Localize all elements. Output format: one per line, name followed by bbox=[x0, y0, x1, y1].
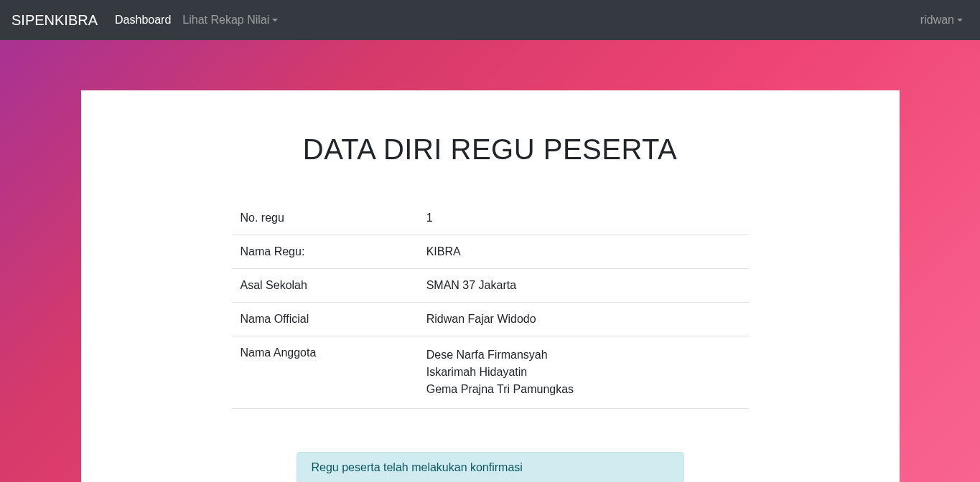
label-no-regu: No. regu bbox=[232, 202, 418, 235]
nav-rekap-label: Lihat Rekap Nilai bbox=[182, 14, 269, 27]
navbar-right: ridwan bbox=[915, 8, 969, 32]
nav-user-dropdown[interactable]: ridwan bbox=[915, 8, 969, 32]
table-row: Nama Anggota Dese Narfa Firmansyah Iskar… bbox=[232, 336, 749, 409]
navbar-left: SIPENKIBRA Dashboard Lihat Rekap Nilai bbox=[11, 8, 284, 32]
data-table: No. regu 1 Nama Regu: KIBRA Asal Sekolah… bbox=[232, 202, 749, 409]
table-row: Nama Official Ridwan Fajar Widodo bbox=[232, 303, 749, 336]
anggota-item: Iskarimah Hidayatin bbox=[426, 364, 740, 381]
page-title: DATA DIRI REGU PESERTA bbox=[153, 133, 828, 166]
nav-dashboard[interactable]: Dashboard bbox=[109, 8, 177, 32]
main-background: DATA DIRI REGU PESERTA No. regu 1 Nama R… bbox=[0, 40, 980, 482]
chevron-down-icon bbox=[957, 19, 963, 22]
brand-link[interactable]: SIPENKIBRA bbox=[11, 12, 98, 29]
label-nama-anggota: Nama Anggota bbox=[232, 336, 418, 409]
label-asal-sekolah: Asal Sekolah bbox=[232, 269, 418, 303]
label-nama-official: Nama Official bbox=[232, 303, 418, 336]
value-asal-sekolah: SMAN 37 Jakarta bbox=[418, 269, 749, 303]
table-row: Asal Sekolah SMAN 37 Jakarta bbox=[232, 269, 749, 303]
anggota-item: Gema Prajna Tri Pamungkas bbox=[426, 381, 740, 398]
navbar: SIPENKIBRA Dashboard Lihat Rekap Nilai r… bbox=[0, 0, 980, 40]
chevron-down-icon bbox=[272, 19, 278, 22]
label-nama-regu: Nama Regu: bbox=[232, 235, 418, 269]
nav-rekap-dropdown[interactable]: Lihat Rekap Nilai bbox=[177, 8, 284, 32]
value-no-regu: 1 bbox=[418, 202, 749, 235]
value-nama-anggota: Dese Narfa Firmansyah Iskarimah Hidayati… bbox=[418, 336, 749, 409]
content-card: DATA DIRI REGU PESERTA No. regu 1 Nama R… bbox=[81, 90, 900, 482]
anggota-item: Dese Narfa Firmansyah bbox=[426, 346, 740, 364]
alert-message: Regu peserta telah melakukan konfirmasi bbox=[312, 461, 523, 473]
confirmation-alert: Regu peserta telah melakukan konfirmasi bbox=[297, 452, 684, 482]
table-row: Nama Regu: KIBRA bbox=[232, 235, 749, 269]
value-nama-official: Ridwan Fajar Widodo bbox=[418, 303, 749, 336]
value-nama-regu: KIBRA bbox=[418, 235, 749, 269]
table-row: No. regu 1 bbox=[232, 202, 749, 235]
nav-user-label: ridwan bbox=[920, 14, 954, 27]
